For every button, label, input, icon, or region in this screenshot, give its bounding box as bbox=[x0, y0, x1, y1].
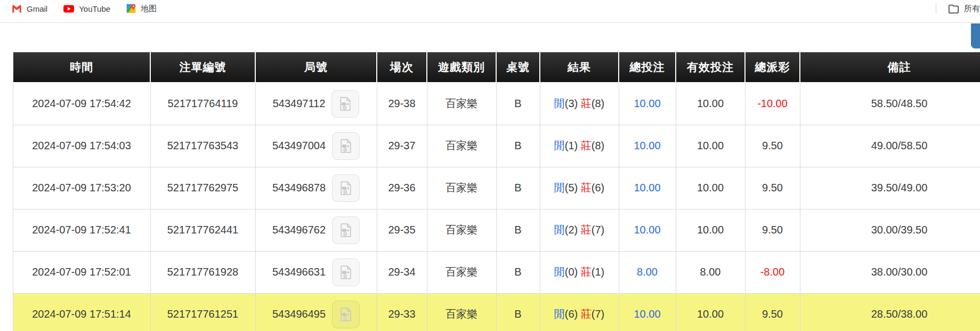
cell-game-type: 百家樂 bbox=[427, 125, 496, 167]
col-header-bet-id: 注單編號 bbox=[150, 52, 255, 83]
round-id-text: 543496762 bbox=[272, 224, 326, 236]
video-replay-button[interactable] bbox=[332, 301, 360, 328]
banker-result-label: 莊 bbox=[581, 182, 592, 193]
table-row[interactable]: 2024-07-09 17:51:14 521717761251 5434964… bbox=[13, 293, 980, 331]
video-file-icon bbox=[338, 138, 354, 154]
player-result-label: 閒 bbox=[554, 140, 565, 151]
table-row[interactable]: 2024-07-09 17:54:42 521717764119 5434971… bbox=[13, 83, 980, 125]
col-header-payout: 總派彩 bbox=[745, 52, 800, 83]
bookmarks-divider bbox=[936, 3, 936, 14]
vertical-scrollbar-thumb[interactable] bbox=[971, 23, 980, 49]
cell-session: 29-37 bbox=[377, 125, 427, 167]
cell-bet-id: 521717762975 bbox=[150, 167, 255, 209]
cell-total-bet: 10.00 bbox=[619, 209, 676, 251]
cell-remark: 38.00/30.00 bbox=[800, 251, 980, 293]
cell-time: 2024-07-09 17:54:03 bbox=[13, 125, 150, 167]
banker-result-score: (7) bbox=[592, 308, 604, 320]
cell-total-bet: 10.00 bbox=[619, 125, 676, 167]
cell-session: 29-33 bbox=[377, 293, 427, 331]
video-file-icon bbox=[338, 222, 354, 238]
cell-time: 2024-07-09 17:52:41 bbox=[13, 209, 150, 251]
cell-result: 閒(1) 莊(8) bbox=[540, 125, 619, 167]
cell-bet-id: 521717761251 bbox=[150, 293, 255, 331]
col-header-table-no: 桌號 bbox=[496, 52, 540, 83]
youtube-icon bbox=[63, 5, 74, 13]
round-id-text: 543496878 bbox=[272, 182, 326, 194]
cell-table-no: B bbox=[496, 167, 540, 209]
gmail-icon bbox=[12, 5, 22, 13]
cell-total-bet: 10.00 bbox=[619, 167, 676, 209]
cell-valid-bet: 10.00 bbox=[676, 125, 745, 167]
cell-session: 29-34 bbox=[377, 251, 427, 293]
all-bookmarks-button[interactable]: 所有 bbox=[948, 2, 980, 15]
player-result-score: (1) bbox=[565, 140, 578, 151]
col-header-total-bet: 總投注 bbox=[619, 52, 676, 83]
banker-result-label: 莊 bbox=[581, 224, 592, 236]
round-id-text: 543496495 bbox=[272, 308, 326, 320]
cell-table-no: B bbox=[496, 293, 540, 331]
col-header-round-id: 局號 bbox=[255, 52, 377, 83]
cell-game-type: 百家樂 bbox=[427, 83, 496, 125]
player-result-score: (2) bbox=[565, 224, 578, 236]
banker-result-score: (1) bbox=[592, 266, 604, 278]
video-replay-button[interactable] bbox=[331, 90, 359, 118]
bookmark-maps[interactable]: 地图 bbox=[126, 2, 157, 15]
cell-game-type: 百家樂 bbox=[427, 293, 496, 331]
cell-valid-bet: 8.00 bbox=[676, 251, 745, 293]
cell-game-type: 百家樂 bbox=[427, 167, 496, 209]
bookmark-gmail[interactable]: Gmail bbox=[12, 2, 47, 15]
cell-payout: 9.50 bbox=[745, 125, 800, 167]
table-row[interactable]: 2024-07-09 17:52:01 521717761928 5434966… bbox=[13, 251, 980, 293]
cell-result: 閒(5) 莊(6) bbox=[540, 167, 619, 209]
cell-session: 29-38 bbox=[377, 83, 427, 125]
cell-valid-bet: 10.00 bbox=[676, 83, 745, 125]
cell-payout: 9.50 bbox=[745, 293, 800, 331]
cell-remark: 58.50/48.50 bbox=[800, 83, 980, 125]
cell-payout: 9.50 bbox=[745, 209, 800, 251]
player-result-score: (3) bbox=[565, 98, 578, 109]
maps-icon bbox=[126, 4, 136, 13]
table-row[interactable]: 2024-07-09 17:54:03 521717763543 5434970… bbox=[13, 125, 980, 167]
banker-result-label: 莊 bbox=[581, 140, 592, 151]
player-result-label: 閒 bbox=[554, 308, 565, 320]
cell-round-id: 543496762 bbox=[255, 209, 377, 251]
video-file-icon bbox=[338, 306, 354, 322]
col-header-game-type: 遊戲類別 bbox=[427, 52, 496, 83]
cell-total-bet: 10.00 bbox=[619, 83, 676, 125]
cell-time: 2024-07-09 17:52:01 bbox=[13, 251, 150, 293]
cell-bet-id: 521717764119 bbox=[150, 83, 255, 125]
cell-remark: 30.00/39.50 bbox=[800, 209, 980, 251]
video-file-icon bbox=[338, 180, 354, 196]
table-row[interactable]: 2024-07-09 17:53:20 521717762975 5434968… bbox=[13, 167, 980, 209]
player-result-label: 閒 bbox=[554, 98, 565, 109]
cell-round-id: 543496631 bbox=[255, 251, 377, 293]
player-result-label: 閒 bbox=[554, 224, 565, 236]
banker-result-score: (6) bbox=[592, 182, 604, 193]
round-id-text: 543496631 bbox=[272, 266, 326, 278]
video-replay-button[interactable] bbox=[332, 132, 360, 160]
cell-table-no: B bbox=[496, 125, 540, 167]
col-header-time: 時間 bbox=[13, 52, 150, 83]
video-replay-button[interactable] bbox=[332, 216, 360, 244]
cell-round-id: 543497112 bbox=[255, 83, 377, 125]
bookmarks-bar: Gmail YouTube 地图 所有 bbox=[0, 0, 980, 23]
cell-bet-id: 521717762441 bbox=[150, 209, 255, 251]
banker-result-score: (8) bbox=[592, 98, 604, 109]
table-row[interactable]: 2024-07-09 17:52:41 521717762441 5434967… bbox=[13, 209, 980, 251]
col-header-remark: 備註 bbox=[800, 52, 980, 83]
cell-round-id: 543497004 bbox=[255, 125, 377, 167]
cell-game-type: 百家樂 bbox=[427, 209, 496, 251]
cell-round-id: 543496878 bbox=[255, 167, 377, 209]
video-replay-button[interactable] bbox=[332, 174, 360, 202]
folder-icon bbox=[948, 4, 959, 14]
cell-total-bet: 10.00 bbox=[619, 293, 676, 331]
video-replay-button[interactable] bbox=[332, 259, 360, 286]
cell-valid-bet: 10.00 bbox=[676, 209, 745, 251]
bookmark-label: 地图 bbox=[141, 4, 157, 14]
col-header-session: 場次 bbox=[377, 52, 427, 83]
cell-bet-id: 521717763543 bbox=[150, 125, 255, 167]
cell-table-no: B bbox=[496, 251, 540, 293]
bookmark-youtube[interactable]: YouTube bbox=[63, 2, 110, 15]
cell-total-bet: 8.00 bbox=[619, 251, 676, 293]
banker-result-label: 莊 bbox=[581, 98, 592, 109]
